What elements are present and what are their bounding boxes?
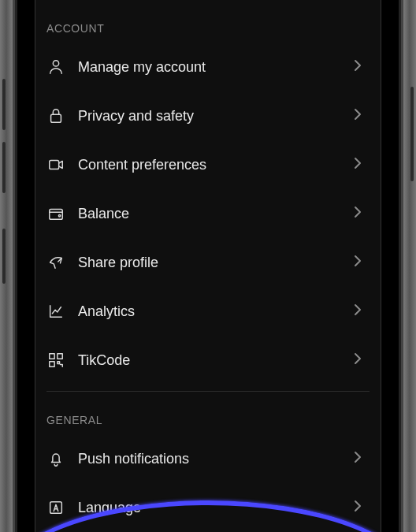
phone-frame: ACCOUNT Manage my account Privacy and sa… (0, 0, 416, 532)
row-label: Analytics (65, 303, 354, 320)
volume-down-button (2, 142, 6, 193)
side-switch (2, 229, 6, 284)
svg-rect-5 (50, 354, 54, 359)
row-label: Content preferences (65, 157, 354, 173)
chevron-right-icon (354, 255, 370, 270)
analytics-icon (46, 302, 65, 321)
row-content-prefs[interactable]: Content preferences (46, 140, 370, 189)
qr-icon (46, 351, 65, 370)
share-icon (46, 253, 65, 272)
section-header-account: ACCOUNT (46, 0, 370, 43)
chevron-right-icon (354, 451, 370, 467)
row-balance[interactable]: Balance (46, 189, 370, 238)
row-label: Push notifications (65, 451, 354, 467)
row-label: TikCode (65, 352, 354, 369)
row-push-notifications[interactable]: Push notifications (46, 434, 370, 483)
row-manage-account[interactable]: Manage my account (46, 43, 370, 91)
settings-list: ACCOUNT Manage my account Privacy and sa… (35, 0, 381, 532)
svg-point-0 (53, 61, 58, 66)
row-label: Share profile (65, 255, 354, 271)
row-analytics[interactable]: Analytics (46, 287, 370, 336)
svg-point-4 (58, 215, 60, 217)
svg-rect-7 (50, 362, 54, 366)
row-tikcode[interactable]: TikCode (46, 336, 370, 385)
svg-rect-8 (50, 502, 62, 514)
chevron-right-icon (354, 206, 370, 221)
chevron-right-icon (354, 352, 370, 368)
row-privacy[interactable]: Privacy and safety (46, 91, 370, 140)
row-label: Privacy and safety (65, 108, 354, 125)
person-icon (46, 58, 65, 76)
row-label: Manage my account (65, 59, 354, 76)
svg-rect-3 (50, 210, 63, 220)
chevron-right-icon (354, 500, 370, 515)
chevron-right-icon (354, 303, 370, 319)
volume-up-button (2, 79, 6, 130)
svg-rect-6 (58, 354, 62, 359)
svg-rect-1 (51, 114, 61, 122)
language-icon (46, 498, 65, 517)
svg-rect-2 (50, 161, 59, 169)
wallet-icon (46, 204, 65, 223)
row-label: Balance (65, 206, 354, 222)
chevron-right-icon (354, 59, 370, 75)
lock-icon (46, 106, 65, 125)
screen: ACCOUNT Manage my account Privacy and sa… (35, 0, 381, 532)
bell-icon (46, 449, 65, 468)
chevron-right-icon (354, 108, 370, 124)
chevron-right-icon (354, 157, 370, 173)
row-share-profile[interactable]: Share profile (46, 238, 370, 287)
power-button (410, 87, 414, 181)
section-header-general: GENERAL (46, 392, 370, 434)
video-icon (46, 155, 65, 174)
